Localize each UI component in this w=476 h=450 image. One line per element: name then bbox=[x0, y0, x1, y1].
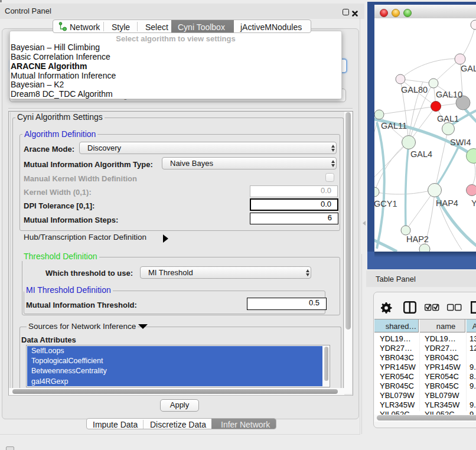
svg-text:GAL4: GAL4 bbox=[410, 149, 432, 159]
svg-text:GAL80: GAL80 bbox=[401, 85, 428, 94]
svg-text:GCY1: GCY1 bbox=[374, 199, 397, 208]
svg-text:GAL: GAL bbox=[461, 64, 476, 73]
svg-text:HAP4: HAP4 bbox=[436, 198, 458, 208]
svg-text:GAL11: GAL11 bbox=[381, 121, 407, 131]
svg-text:SWI4: SWI4 bbox=[450, 138, 471, 147]
svg-text:Y: Y bbox=[471, 198, 476, 208]
svg-text:GAL10: GAL10 bbox=[436, 90, 462, 99]
svg-text:GAL1: GAL1 bbox=[437, 114, 459, 123]
svg-text:HAP2: HAP2 bbox=[406, 234, 429, 244]
